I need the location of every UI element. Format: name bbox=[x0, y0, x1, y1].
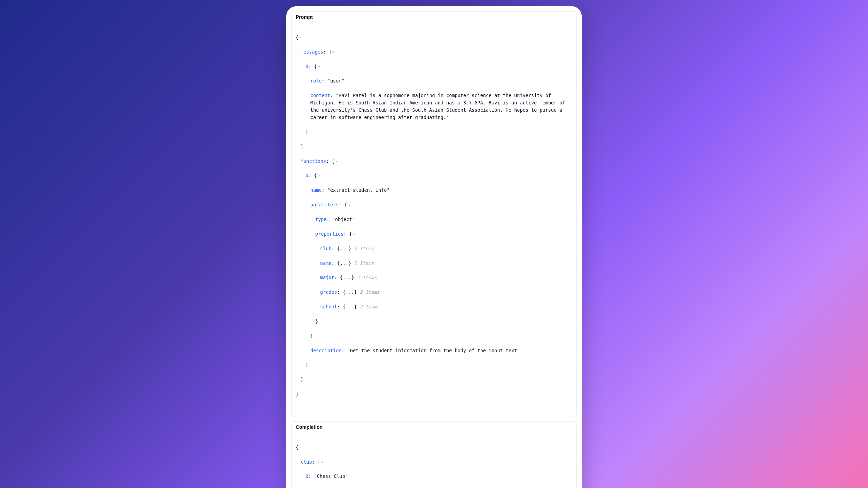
collapsed-object[interactable]: {...} bbox=[337, 246, 351, 251]
key-name: name bbox=[310, 187, 322, 193]
expand-toggle[interactable] bbox=[335, 158, 339, 164]
key-messages: messages bbox=[301, 49, 323, 55]
key-index: 0 bbox=[305, 173, 308, 178]
value-content: "Ravi Patel is a sophomore majoring in c… bbox=[310, 93, 568, 120]
items-count: 2 Items bbox=[354, 260, 374, 266]
key-description: description bbox=[310, 348, 341, 353]
completion-header: Completion bbox=[292, 422, 576, 433]
value-club-0: "Chess Club" bbox=[314, 473, 348, 479]
key-content: content bbox=[310, 93, 330, 98]
completion-body: { club: [ 0: "Chess Club" 1: "South Asia… bbox=[292, 433, 576, 488]
key-role: role bbox=[310, 78, 322, 84]
collapsed-object[interactable]: {...} bbox=[337, 260, 351, 266]
prompt-header: Prompt bbox=[292, 11, 576, 23]
prompt-section: Prompt { messages: [ 0: { role: "user" c… bbox=[291, 11, 577, 417]
key-properties: properties bbox=[315, 231, 343, 237]
prop-club: club bbox=[320, 246, 332, 251]
items-count: 2 Items bbox=[360, 304, 380, 309]
key-index: 0 bbox=[305, 473, 308, 479]
key-index: 0 bbox=[305, 64, 308, 69]
key-parameters: parameters bbox=[310, 202, 339, 207]
completion-title: Completion bbox=[296, 424, 323, 430]
prompt-body: { messages: [ 0: { role: "user" content:… bbox=[292, 23, 576, 417]
prop-school: school bbox=[320, 304, 337, 309]
value-role: "user" bbox=[327, 78, 344, 84]
expand-toggle[interactable] bbox=[347, 202, 351, 207]
collapsed-object[interactable]: {...} bbox=[343, 304, 357, 309]
items-count: 2 Items bbox=[360, 289, 380, 295]
key-functions: functions bbox=[301, 158, 326, 164]
key-club: club bbox=[301, 459, 312, 465]
expand-toggle[interactable] bbox=[299, 34, 302, 40]
expand-toggle[interactable] bbox=[317, 64, 321, 69]
items-count: 2 Items bbox=[357, 275, 377, 280]
expand-toggle[interactable] bbox=[299, 444, 302, 450]
items-count: 2 Items bbox=[354, 246, 374, 251]
value-type: "object" bbox=[332, 217, 355, 222]
prop-name: name bbox=[320, 260, 332, 266]
expand-toggle[interactable] bbox=[332, 49, 335, 55]
expand-toggle[interactable] bbox=[352, 231, 356, 237]
value-fn-name: "extract_student_info" bbox=[327, 187, 390, 193]
key-type: type bbox=[315, 217, 327, 222]
collapsed-object[interactable]: {...} bbox=[340, 275, 354, 280]
expand-toggle[interactable] bbox=[317, 173, 321, 178]
brace-open: { bbox=[296, 34, 299, 40]
collapsed-object[interactable]: {...} bbox=[343, 289, 357, 295]
prop-grades: grades bbox=[320, 289, 337, 295]
prompt-title: Prompt bbox=[296, 14, 313, 20]
expand-toggle[interactable] bbox=[320, 459, 324, 465]
value-description: "Get the student information from the bo… bbox=[347, 348, 520, 353]
main-card: Prompt { messages: [ 0: { role: "user" c… bbox=[286, 6, 582, 488]
prop-major: major bbox=[320, 275, 334, 280]
completion-section: Completion { club: [ 0: "Chess Club" 1: … bbox=[291, 421, 577, 488]
